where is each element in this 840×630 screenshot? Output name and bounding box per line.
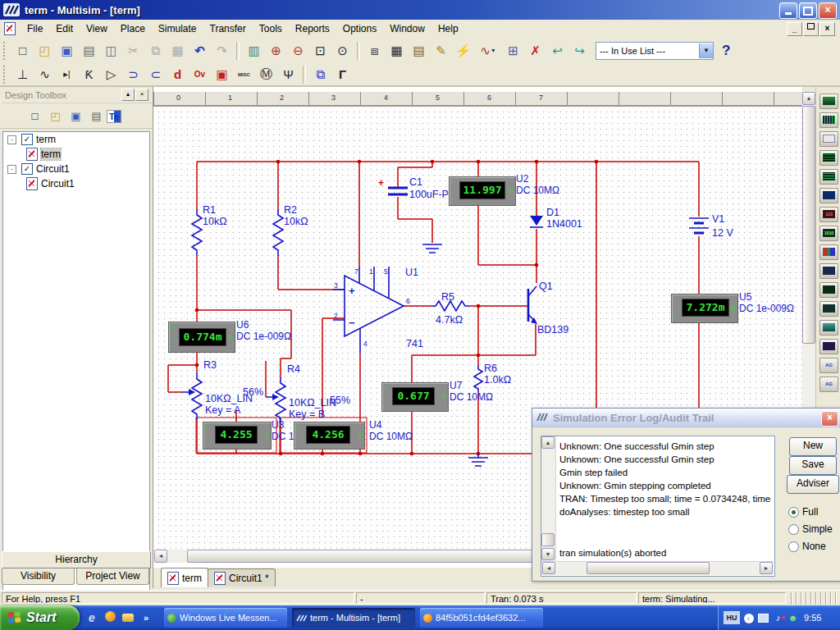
sheet-tab-term[interactable]: term (161, 568, 208, 587)
spreadsheet-view-button[interactable]: ▦ (386, 40, 407, 61)
firefox-icon[interactable] (103, 611, 116, 624)
new-sheet-button[interactable]: ▤ (87, 107, 106, 126)
iv-analyzer-instrument-button[interactable] (819, 282, 838, 298)
design-toolbox-toggle-button[interactable]: ⧈ (364, 40, 385, 61)
zoom-full-button[interactable]: ⊙ (332, 40, 353, 61)
function-generator-instrument-button[interactable] (819, 112, 838, 128)
distortion-analyzer-instrument-button[interactable] (819, 301, 838, 317)
four-channel-oscilloscope-instrument-button[interactable] (819, 169, 838, 185)
agilent-function-generator-instrument-button[interactable]: AG (819, 358, 838, 373)
agilent-multimeter-instrument-button[interactable]: AG (819, 377, 838, 392)
print-preview-button[interactable]: ◫ (101, 40, 121, 61)
adviser-button[interactable]: Adviser (787, 475, 839, 494)
panel-close-button[interactable]: × (135, 89, 148, 101)
resistor-r1[interactable] (192, 209, 202, 256)
hierarchy-button[interactable]: Hierarchy (2, 551, 151, 568)
voltmeter-u4[interactable]: + − V 4.256 (294, 422, 365, 450)
potentiometer-r4[interactable] (276, 377, 285, 424)
undo-button[interactable]: ↶ (189, 40, 210, 61)
menu-file[interactable]: File (21, 21, 49, 37)
diode-d1[interactable] (530, 216, 543, 226)
misc-group-button[interactable]: MISC (234, 64, 254, 84)
mdi-close-button[interactable]: × (819, 22, 835, 36)
menu-edit[interactable]: Edit (49, 21, 80, 37)
basic-group-button[interactable]: ∿ (34, 64, 55, 84)
zoom-area-button[interactable]: ⊡ (310, 40, 331, 61)
oscilloscope-instrument-button[interactable] (819, 150, 838, 166)
misc-digital-group-button[interactable]: d (167, 64, 188, 84)
diode-group-button[interactable]: ▸| (57, 64, 77, 84)
logic-converter-instrument-button[interactable] (819, 263, 838, 279)
redo-button[interactable]: ↷ (212, 40, 232, 61)
bode-plotter-instrument-button[interactable] (819, 188, 838, 203)
electrical-rules-check-button[interactable]: ✗ (525, 40, 546, 61)
ammeter-u6[interactable]: + − A 0.774m (168, 322, 235, 353)
analog-group-button[interactable]: ▷ (101, 64, 121, 84)
help-button[interactable]: ? (722, 43, 730, 59)
hierarchical-block-button[interactable]: ⧉ (310, 64, 331, 84)
tab-visibility[interactable]: Visibility (2, 568, 75, 585)
electromechanical-group-button[interactable]: Ⓜ (256, 64, 276, 84)
tree-item-term-root[interactable]: - ✓ term (3, 132, 149, 147)
taskbar-button-firefox-doc[interactable]: 84f5b051cfd4ef3632... (420, 608, 543, 628)
database-manager-button[interactable]: ▤ (409, 40, 429, 61)
radio-simple[interactable] (788, 524, 799, 535)
in-use-list-combo[interactable]: --- In Use List --- ▼ (596, 42, 714, 60)
dialog-close-button[interactable]: × (821, 411, 838, 427)
cmos-group-button[interactable]: ⊂ (145, 64, 166, 84)
user-status-icon[interactable]: ☻ (787, 612, 799, 623)
volume-muted-icon[interactable]: ♪× (772, 612, 784, 623)
menu-tools[interactable]: Tools (253, 21, 289, 37)
new-log-button[interactable]: New (789, 437, 837, 456)
error-log-list[interactable]: ▴ ▾ Unknown: One successful Gmin step Un… (541, 436, 775, 577)
display-settings-icon[interactable] (757, 612, 769, 623)
rf-group-button[interactable]: Ψ (278, 64, 299, 84)
menu-transfer[interactable]: Transfer (203, 21, 253, 37)
folder-icon[interactable] (121, 611, 135, 624)
collapse-icon[interactable]: - (7, 135, 16, 144)
toolbar-handle[interactable] (3, 66, 8, 84)
tree-item-circuit1-sheet[interactable]: Circuit1 (3, 176, 149, 191)
new-design-button[interactable]: □ (25, 107, 44, 126)
save-log-button[interactable]: Save (789, 456, 837, 475)
paste-button[interactable]: ▦ (167, 40, 188, 61)
taskbar-button-messenger[interactable]: Windows Live Messen... (164, 608, 287, 628)
quick-launch-overflow-chevron[interactable]: » (139, 611, 153, 624)
frequency-counter-instrument-button[interactable]: 123 (819, 207, 838, 222)
voltmeter-u3[interactable]: + − V 4.255 (203, 422, 272, 450)
ttl-group-button[interactable]: ⊃ (123, 64, 144, 84)
zoom-out-button[interactable]: ⊖ (288, 40, 308, 61)
close-button[interactable]: × (819, 2, 837, 19)
dialog-title-bar[interactable]: Simulation Error Log/Audit Trail × (532, 409, 840, 427)
collapse-icon[interactable]: - (7, 165, 16, 174)
minimize-button[interactable] (779, 2, 797, 19)
dialog-vertical-scrollbar[interactable]: ▴ ▾ (541, 436, 556, 561)
menu-simulate[interactable]: Simulate (152, 21, 203, 37)
open-button[interactable]: ◰ (34, 40, 55, 61)
tree-item-term-sheet[interactable]: term (3, 147, 149, 162)
save-design-button[interactable]: ▣ (66, 107, 85, 126)
tab-project-view[interactable]: Project View (76, 568, 149, 585)
resistor-r2[interactable] (273, 209, 283, 256)
copy-button[interactable]: ⧉ (145, 40, 166, 61)
radio-none[interactable] (788, 541, 799, 552)
radio-full[interactable] (788, 507, 799, 518)
hide-icons-chevron[interactable]: ‹ (742, 612, 755, 623)
checkbox-checked-icon[interactable]: ✓ (21, 163, 33, 175)
menu-options[interactable]: Options (336, 21, 383, 37)
sources-group-button[interactable]: ⊥ (12, 64, 33, 84)
internet-explorer-icon[interactable]: e (85, 611, 98, 624)
wattmeter-instrument-button[interactable] (819, 131, 838, 147)
combo-dropdown-icon[interactable]: ▼ (699, 43, 713, 58)
bus-button[interactable]: Γ (332, 64, 353, 84)
save-button[interactable]: ▣ (57, 40, 77, 61)
spectrum-analyzer-instrument-button[interactable] (819, 320, 838, 336)
forward-annotate-button[interactable]: ↪ (569, 40, 590, 61)
network-analyzer-instrument-button[interactable] (819, 339, 838, 354)
fullscreen-button[interactable]: ▥ (244, 40, 264, 61)
transistor-group-button[interactable]: Ƙ (79, 64, 99, 84)
grapher-button[interactable]: ∿ ▼ (475, 40, 501, 61)
menu-help[interactable]: Help (431, 21, 465, 37)
postprocessor-button[interactable]: ⊞ (503, 40, 523, 61)
tree-item-circuit1-root[interactable]: - ✓ Circuit1 (3, 162, 149, 176)
